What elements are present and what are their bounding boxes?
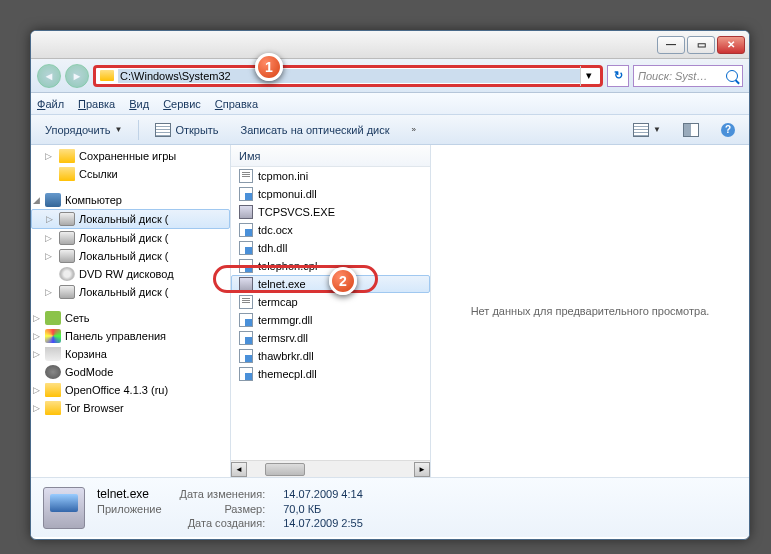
menu-help[interactable]: Справка <box>215 98 258 110</box>
file-icon <box>239 259 253 273</box>
file-icon <box>239 169 253 183</box>
tree-local-disk-c[interactable]: ▷Локальный диск ( <box>31 209 230 229</box>
folder-icon <box>100 70 114 81</box>
tree-tor-browser[interactable]: ▷Tor Browser <box>31 399 230 417</box>
details-created-label: Дата создания: <box>180 517 266 529</box>
file-item[interactable]: tcpmonui.dll <box>231 185 430 203</box>
minimize-button[interactable]: — <box>657 36 685 54</box>
help-button[interactable]: ? <box>715 120 741 140</box>
navigation-bar: ◄ ► ▾ ↻ Поиск: Syst… <box>31 59 749 93</box>
address-bar[interactable]: ▾ <box>93 65 603 87</box>
forward-button[interactable]: ► <box>65 64 89 88</box>
file-item[interactable]: termsrv.dll <box>231 329 430 347</box>
tree-computer[interactable]: ◢Компьютер <box>31 191 230 209</box>
maximize-button[interactable]: ▭ <box>687 36 715 54</box>
details-pane: telnet.exe Дата изменения: 14.07.2009 4:… <box>31 477 749 537</box>
file-type-icon <box>43 487 85 529</box>
file-name-label: tcpmon.ini <box>258 170 308 182</box>
annotation-callout-1: 1 <box>255 53 283 81</box>
tree-links[interactable]: Ссылки <box>31 165 230 183</box>
menu-view[interactable]: Вид <box>129 98 149 110</box>
details-filename: telnet.exe <box>97 487 162 501</box>
pane-icon <box>683 123 699 137</box>
scroll-left-button[interactable]: ◄ <box>231 462 247 477</box>
details-filetype: Приложение <box>97 503 162 515</box>
file-name-label: thawbrkr.dll <box>258 350 314 362</box>
details-modified-value: 14.07.2009 4:14 <box>283 488 363 500</box>
refresh-button[interactable]: ↻ <box>607 65 629 87</box>
tree-saved-games[interactable]: ▷Сохраненные игры <box>31 147 230 165</box>
tree-recycle-bin[interactable]: ▷Корзина <box>31 345 230 363</box>
tree-godmode[interactable]: GodMode <box>31 363 230 381</box>
details-size-value: 70,0 КБ <box>283 503 363 515</box>
file-name-label: tdc.ocx <box>258 224 293 236</box>
navigation-tree[interactable]: ▷Сохраненные игры Ссылки ◢Компьютер ▷Лок… <box>31 145 231 477</box>
tree-openoffice[interactable]: ▷OpenOffice 4.1.3 (ru) <box>31 381 230 399</box>
menu-edit[interactable]: Правка <box>78 98 115 110</box>
file-name-label: telnet.exe <box>258 278 306 290</box>
back-button[interactable]: ◄ <box>37 64 61 88</box>
file-list[interactable]: tcpmon.initcpmonui.dllTCPSVCS.EXEtdc.ocx… <box>231 167 430 460</box>
file-item[interactable]: TCPSVCS.EXE <box>231 203 430 221</box>
scroll-right-button[interactable]: ► <box>414 462 430 477</box>
file-name-label: termcap <box>258 296 298 308</box>
file-item[interactable]: termmgr.dll <box>231 311 430 329</box>
menu-file[interactable]: Файл <box>37 98 64 110</box>
organize-button[interactable]: Упорядочить▼ <box>39 121 128 139</box>
file-item[interactable]: tdh.dll <box>231 239 430 257</box>
file-name-label: termsrv.dll <box>258 332 308 344</box>
burn-button[interactable]: Записать на оптический диск <box>235 121 396 139</box>
preview-empty-text: Нет данных для предварительного просмотр… <box>471 305 710 317</box>
titlebar: — ▭ ✕ <box>31 31 749 59</box>
tree-local-disk-e[interactable]: ▷Локальный диск ( <box>31 247 230 265</box>
annotation-callout-2: 2 <box>329 267 357 295</box>
explorer-window: — ▭ ✕ ◄ ► ▾ ↻ Поиск: Syst… Файл Правка В… <box>30 30 750 540</box>
explorer-body: ▷Сохраненные игры Ссылки ◢Компьютер ▷Лок… <box>31 145 749 477</box>
tree-local-disk-g[interactable]: ▷Локальный диск ( <box>31 283 230 301</box>
file-item[interactable]: tdc.ocx <box>231 221 430 239</box>
file-icon <box>239 295 253 309</box>
address-input[interactable] <box>118 69 580 83</box>
search-icon <box>726 70 738 82</box>
column-header-name[interactable]: Имя <box>231 145 430 167</box>
details-created-value: 14.07.2009 2:55 <box>283 517 363 529</box>
preview-pane-button[interactable] <box>677 120 705 140</box>
file-name-label: TCPSVCS.EXE <box>258 206 335 218</box>
details-modified-label: Дата изменения: <box>180 488 266 500</box>
help-icon: ? <box>721 123 735 137</box>
file-icon <box>239 205 253 219</box>
open-icon <box>155 123 171 137</box>
file-item[interactable]: termcap <box>231 293 430 311</box>
file-icon <box>239 349 253 363</box>
tree-control-panel[interactable]: ▷Панель управления <box>31 327 230 345</box>
tree-dvd[interactable]: DVD RW дисковод <box>31 265 230 283</box>
file-name-label: telephon.cpl <box>258 260 317 272</box>
file-name-label: themecpl.dll <box>258 368 317 380</box>
view-mode-button[interactable]: ▼ <box>627 120 667 140</box>
menu-bar: Файл Правка Вид Сервис Справка <box>31 93 749 115</box>
search-box[interactable]: Поиск: Syst… <box>633 65 743 87</box>
file-icon <box>239 277 253 291</box>
close-button[interactable]: ✕ <box>717 36 745 54</box>
tree-network[interactable]: ▷Сеть <box>31 309 230 327</box>
file-icon <box>239 187 253 201</box>
open-button[interactable]: Открыть <box>149 120 224 140</box>
file-item[interactable]: thawbrkr.dll <box>231 347 430 365</box>
tree-local-disk-d[interactable]: ▷Локальный диск ( <box>31 229 230 247</box>
file-icon <box>239 313 253 327</box>
file-icon <box>239 223 253 237</box>
file-icon <box>239 331 253 345</box>
file-icon <box>239 241 253 255</box>
file-name-label: tcpmonui.dll <box>258 188 317 200</box>
file-icon <box>239 367 253 381</box>
file-item[interactable]: tcpmon.ini <box>231 167 430 185</box>
preview-pane: Нет данных для предварительного просмотр… <box>431 145 749 477</box>
more-button[interactable]: » <box>406 122 422 137</box>
address-dropdown[interactable]: ▾ <box>580 66 596 86</box>
scroll-thumb[interactable] <box>265 463 305 476</box>
menu-tools[interactable]: Сервис <box>163 98 201 110</box>
horizontal-scrollbar[interactable]: ◄ ► <box>231 460 430 477</box>
file-item[interactable]: themecpl.dll <box>231 365 430 383</box>
file-list-pane: Имя tcpmon.initcpmonui.dllTCPSVCS.EXEtdc… <box>231 145 431 477</box>
search-placeholder: Поиск: Syst… <box>638 70 707 82</box>
